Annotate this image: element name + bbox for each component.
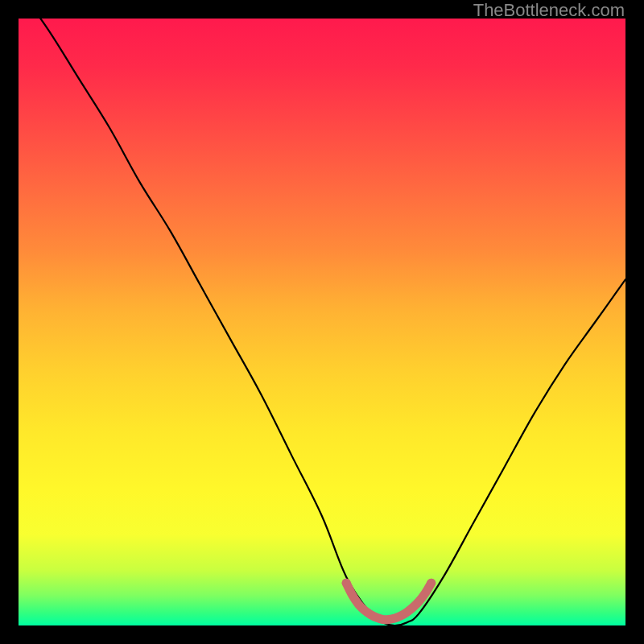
watermark-label: TheBottleneck.com <box>473 0 625 21</box>
bottleneck-curve-path <box>19 19 625 625</box>
valley-dot-right <box>427 579 436 588</box>
chart-plot-area <box>19 19 625 625</box>
valley-dot-left <box>342 579 351 588</box>
chart-svg <box>19 19 625 625</box>
